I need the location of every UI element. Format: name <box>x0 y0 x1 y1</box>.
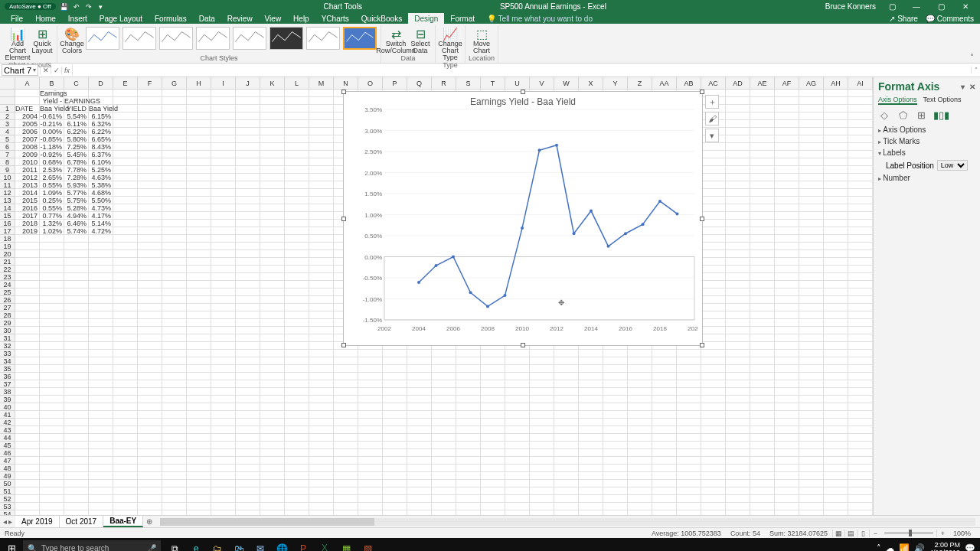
cell[interactable] <box>603 503 628 510</box>
ribbon-tab-ycharts[interactable]: YCharts <box>315 13 355 24</box>
cell[interactable] <box>799 311 824 319</box>
cell[interactable] <box>701 281 726 289</box>
cell[interactable]: 2004 <box>15 112 40 120</box>
cell[interactable] <box>162 465 187 472</box>
cell[interactable] <box>358 480 383 487</box>
cell[interactable] <box>309 273 334 281</box>
cell[interactable] <box>628 426 652 434</box>
column-header[interactable]: P <box>383 77 407 90</box>
cell[interactable] <box>652 434 677 442</box>
cell[interactable] <box>138 105 162 112</box>
cell[interactable] <box>824 266 848 273</box>
cell[interactable] <box>848 510 873 515</box>
cell[interactable] <box>162 365 187 373</box>
cell[interactable] <box>726 181 750 189</box>
cell[interactable] <box>138 227 162 235</box>
cell[interactable] <box>40 457 64 465</box>
column-header[interactable]: AI <box>848 77 873 90</box>
cell[interactable] <box>603 442 628 449</box>
cell[interactable] <box>775 365 799 373</box>
cell[interactable] <box>799 289 824 296</box>
cell[interactable] <box>236 197 260 204</box>
cell[interactable] <box>628 487 652 495</box>
cell[interactable] <box>162 495 187 503</box>
cell[interactable] <box>15 334 40 342</box>
cell[interactable] <box>383 434 407 442</box>
cell[interactable] <box>750 289 775 296</box>
cell[interactable] <box>775 472 799 480</box>
cell[interactable] <box>162 273 187 281</box>
cell[interactable] <box>309 449 334 457</box>
cell[interactable] <box>334 472 358 480</box>
cell[interactable] <box>505 373 530 380</box>
cell[interactable] <box>775 457 799 465</box>
cell[interactable] <box>701 449 726 457</box>
cell[interactable] <box>138 350 162 357</box>
cell[interactable] <box>481 365 505 373</box>
cell[interactable] <box>701 258 726 266</box>
file-explorer-icon[interactable]: 🗂 <box>208 540 227 552</box>
cell[interactable] <box>824 289 848 296</box>
cell[interactable] <box>285 373 309 380</box>
cell[interactable] <box>40 388 64 396</box>
cell[interactable] <box>138 373 162 380</box>
cell[interactable] <box>15 419 40 426</box>
cell[interactable] <box>162 442 187 449</box>
cell[interactable]: 1.09% <box>40 189 64 197</box>
cell[interactable] <box>824 472 848 480</box>
chart-resize-handle[interactable] <box>341 343 346 347</box>
cell[interactable] <box>848 289 873 296</box>
cell[interactable] <box>407 419 432 426</box>
cell[interactable] <box>15 97 40 105</box>
cell[interactable] <box>64 266 89 273</box>
cell[interactable] <box>456 503 481 510</box>
row-header[interactable]: 10 <box>0 174 15 181</box>
cell[interactable] <box>799 472 824 480</box>
cell[interactable] <box>64 289 89 296</box>
cell[interactable] <box>162 311 187 319</box>
cell[interactable] <box>334 373 358 380</box>
cell[interactable] <box>211 189 236 197</box>
cell[interactable] <box>285 266 309 273</box>
cell[interactable]: 6.10% <box>89 158 113 166</box>
cell[interactable] <box>113 189 138 197</box>
tell-me-search[interactable]: 💡 Tell me what you want to do <box>481 13 599 24</box>
cell[interactable] <box>162 220 187 227</box>
cell[interactable] <box>309 350 334 357</box>
cell[interactable] <box>530 350 554 357</box>
cell[interactable] <box>554 411 579 419</box>
cell[interactable] <box>824 342 848 350</box>
cell[interactable] <box>407 411 432 419</box>
cell[interactable] <box>603 495 628 503</box>
chart-style-1[interactable] <box>86 27 119 50</box>
cell[interactable] <box>358 357 383 365</box>
cell[interactable] <box>432 357 456 365</box>
cell[interactable] <box>579 350 603 357</box>
cell[interactable] <box>750 388 775 396</box>
cell[interactable] <box>113 289 138 296</box>
cell[interactable] <box>113 166 138 174</box>
cell[interactable] <box>799 457 824 465</box>
comments-button[interactable]: 💬 Comments <box>926 15 974 23</box>
cell[interactable] <box>628 465 652 472</box>
cell[interactable] <box>799 434 824 442</box>
cell[interactable] <box>138 434 162 442</box>
cell[interactable] <box>505 396 530 403</box>
cell[interactable] <box>726 174 750 181</box>
cell[interactable]: 2.65% <box>40 174 64 181</box>
cell[interactable] <box>579 396 603 403</box>
cell[interactable] <box>554 396 579 403</box>
expand-formula-bar-icon[interactable]: ˅ <box>971 67 980 73</box>
row-header[interactable]: 1 <box>0 105 15 112</box>
cell[interactable] <box>775 327 799 334</box>
cell[interactable] <box>236 457 260 465</box>
cell[interactable] <box>236 434 260 442</box>
cell[interactable] <box>138 342 162 350</box>
chart-style-8[interactable] <box>343 27 377 50</box>
cell[interactable]: 2009 <box>15 151 40 158</box>
cell[interactable] <box>358 465 383 472</box>
cell[interactable] <box>285 273 309 281</box>
cell[interactable] <box>40 350 64 357</box>
cell[interactable] <box>285 158 309 166</box>
cell[interactable] <box>726 388 750 396</box>
